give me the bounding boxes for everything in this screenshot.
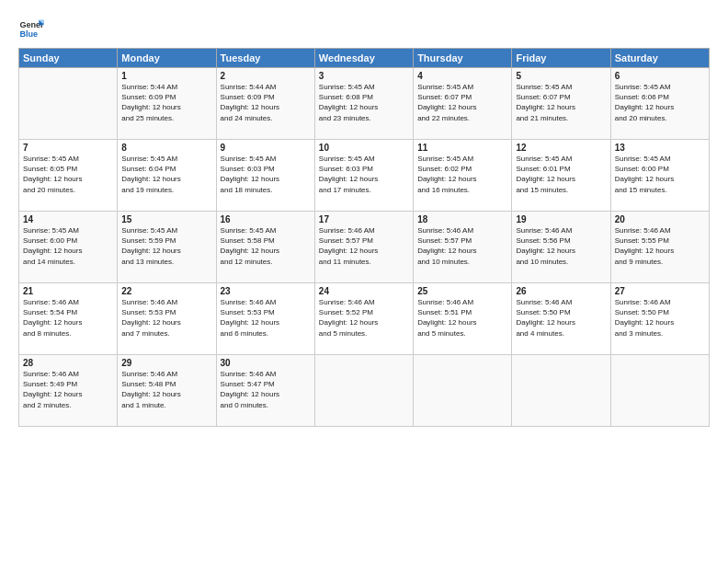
day-info: Sunrise: 5:45 AM Sunset: 6:07 PM Dayligh… — [516, 82, 606, 123]
day-number: 18 — [417, 214, 507, 224]
day-number: 3 — [319, 71, 409, 81]
header-cell-wednesday: Wednesday — [314, 49, 413, 68]
day-number: 4 — [417, 71, 507, 81]
day-info: Sunrise: 5:46 AM Sunset: 5:51 PM Dayligh… — [417, 297, 507, 339]
day-number: 10 — [319, 143, 409, 153]
day-cell: 11Sunrise: 5:45 AM Sunset: 6:02 PM Dayli… — [414, 140, 512, 212]
day-cell: 2Sunrise: 5:44 AM Sunset: 6:09 PM Daylig… — [216, 68, 314, 140]
day-info: Sunrise: 5:45 AM Sunset: 6:02 PM Dayligh… — [417, 154, 507, 195]
day-info: Sunrise: 5:44 AM Sunset: 6:09 PM Dayligh… — [121, 82, 211, 123]
day-number: 15 — [121, 214, 211, 224]
day-number: 16 — [221, 214, 311, 224]
day-number: 19 — [516, 214, 606, 224]
day-info: Sunrise: 5:46 AM Sunset: 5:56 PM Dayligh… — [516, 225, 606, 267]
day-cell: 25Sunrise: 5:46 AM Sunset: 5:51 PM Dayli… — [414, 283, 512, 355]
svg-text:Blue: Blue — [19, 29, 38, 39]
day-info: Sunrise: 5:46 AM Sunset: 5:47 PM Dayligh… — [221, 369, 311, 410]
day-cell — [414, 355, 512, 427]
day-number: 25 — [417, 286, 507, 296]
day-info: Sunrise: 5:46 AM Sunset: 5:53 PM Dayligh… — [121, 297, 211, 339]
day-cell: 30Sunrise: 5:46 AM Sunset: 5:47 PM Dayli… — [216, 355, 314, 427]
day-cell: 29Sunrise: 5:46 AM Sunset: 5:48 PM Dayli… — [118, 355, 216, 427]
day-cell: 15Sunrise: 5:45 AM Sunset: 5:59 PM Dayli… — [118, 212, 216, 283]
day-number: 27 — [615, 286, 705, 296]
day-info: Sunrise: 5:46 AM Sunset: 5:57 PM Dayligh… — [417, 225, 507, 267]
day-number: 29 — [121, 358, 211, 368]
day-number: 14 — [23, 214, 113, 224]
day-cell: 13Sunrise: 5:45 AM Sunset: 6:00 PM Dayli… — [610, 140, 709, 212]
day-number: 22 — [121, 286, 211, 296]
day-cell: 14Sunrise: 5:45 AM Sunset: 6:00 PM Dayli… — [19, 212, 118, 283]
week-row-4: 28Sunrise: 5:46 AM Sunset: 5:49 PM Dayli… — [19, 355, 710, 427]
day-info: Sunrise: 5:45 AM Sunset: 6:01 PM Dayligh… — [516, 154, 606, 195]
day-cell: 7Sunrise: 5:45 AM Sunset: 6:05 PM Daylig… — [19, 140, 118, 212]
day-number: 24 — [319, 286, 409, 296]
day-info: Sunrise: 5:46 AM Sunset: 5:50 PM Dayligh… — [516, 297, 606, 339]
day-cell — [512, 355, 610, 427]
day-cell: 3Sunrise: 5:45 AM Sunset: 6:08 PM Daylig… — [314, 68, 413, 140]
day-cell — [19, 68, 118, 140]
week-row-3: 21Sunrise: 5:46 AM Sunset: 5:54 PM Dayli… — [19, 283, 710, 355]
day-info: Sunrise: 5:45 AM Sunset: 6:03 PM Dayligh… — [221, 154, 311, 195]
day-cell: 6Sunrise: 5:45 AM Sunset: 6:06 PM Daylig… — [610, 68, 709, 140]
header: General Blue — [18, 15, 710, 40]
day-number: 13 — [615, 143, 705, 153]
day-number: 28 — [23, 358, 113, 368]
day-info: Sunrise: 5:46 AM Sunset: 5:55 PM Dayligh… — [615, 225, 705, 267]
day-cell: 26Sunrise: 5:46 AM Sunset: 5:50 PM Dayli… — [512, 283, 610, 355]
day-cell: 12Sunrise: 5:45 AM Sunset: 6:01 PM Dayli… — [512, 140, 610, 212]
day-info: Sunrise: 5:46 AM Sunset: 5:50 PM Dayligh… — [615, 297, 705, 339]
day-cell: 5Sunrise: 5:45 AM Sunset: 6:07 PM Daylig… — [512, 68, 610, 140]
day-cell: 16Sunrise: 5:45 AM Sunset: 5:58 PM Dayli… — [216, 212, 314, 283]
day-cell: 17Sunrise: 5:46 AM Sunset: 5:57 PM Dayli… — [314, 212, 413, 283]
calendar-header: SundayMondayTuesdayWednesdayThursdayFrid… — [19, 49, 710, 68]
day-info: Sunrise: 5:45 AM Sunset: 6:08 PM Dayligh… — [319, 82, 409, 123]
day-number: 30 — [221, 358, 311, 368]
day-number: 11 — [417, 143, 507, 153]
day-info: Sunrise: 5:44 AM Sunset: 6:09 PM Dayligh… — [221, 82, 311, 123]
day-cell: 9Sunrise: 5:45 AM Sunset: 6:03 PM Daylig… — [216, 140, 314, 212]
day-info: Sunrise: 5:45 AM Sunset: 6:07 PM Dayligh… — [417, 82, 507, 123]
day-info: Sunrise: 5:45 AM Sunset: 6:00 PM Dayligh… — [615, 154, 705, 195]
header-cell-sunday: Sunday — [19, 49, 118, 68]
day-cell: 27Sunrise: 5:46 AM Sunset: 5:50 PM Dayli… — [610, 283, 709, 355]
header-cell-tuesday: Tuesday — [216, 49, 314, 68]
day-cell: 21Sunrise: 5:46 AM Sunset: 5:54 PM Dayli… — [19, 283, 118, 355]
day-cell: 22Sunrise: 5:46 AM Sunset: 5:53 PM Dayli… — [118, 283, 216, 355]
day-number: 21 — [23, 286, 113, 296]
day-cell: 20Sunrise: 5:46 AM Sunset: 5:55 PM Dayli… — [610, 212, 709, 283]
day-cell: 1Sunrise: 5:44 AM Sunset: 6:09 PM Daylig… — [118, 68, 216, 140]
day-number: 6 — [615, 71, 705, 81]
header-cell-monday: Monday — [118, 49, 216, 68]
day-cell: 18Sunrise: 5:46 AM Sunset: 5:57 PM Dayli… — [414, 212, 512, 283]
day-cell: 19Sunrise: 5:46 AM Sunset: 5:56 PM Dayli… — [512, 212, 610, 283]
day-info: Sunrise: 5:46 AM Sunset: 5:54 PM Dayligh… — [23, 297, 113, 339]
header-cell-saturday: Saturday — [610, 49, 709, 68]
day-number: 8 — [121, 143, 211, 153]
day-cell: 8Sunrise: 5:45 AM Sunset: 6:04 PM Daylig… — [118, 140, 216, 212]
day-number: 2 — [221, 71, 311, 81]
day-number: 12 — [516, 143, 606, 153]
day-info: Sunrise: 5:45 AM Sunset: 6:00 PM Dayligh… — [23, 225, 113, 267]
day-info: Sunrise: 5:46 AM Sunset: 5:53 PM Dayligh… — [221, 297, 311, 339]
header-cell-thursday: Thursday — [414, 49, 512, 68]
day-number: 7 — [23, 143, 113, 153]
week-row-2: 14Sunrise: 5:45 AM Sunset: 6:00 PM Dayli… — [19, 212, 710, 283]
day-info: Sunrise: 5:45 AM Sunset: 5:58 PM Dayligh… — [221, 225, 311, 267]
day-cell: 4Sunrise: 5:45 AM Sunset: 6:07 PM Daylig… — [414, 68, 512, 140]
day-number: 1 — [121, 71, 211, 81]
day-number: 20 — [615, 214, 705, 224]
day-cell: 24Sunrise: 5:46 AM Sunset: 5:52 PM Dayli… — [314, 283, 413, 355]
header-row: SundayMondayTuesdayWednesdayThursdayFrid… — [19, 49, 710, 68]
day-number: 26 — [516, 286, 606, 296]
day-cell: 10Sunrise: 5:45 AM Sunset: 6:03 PM Dayli… — [314, 140, 413, 212]
day-number: 23 — [221, 286, 311, 296]
day-info: Sunrise: 5:46 AM Sunset: 5:49 PM Dayligh… — [23, 369, 113, 410]
week-row-1: 7Sunrise: 5:45 AM Sunset: 6:05 PM Daylig… — [19, 140, 710, 212]
logo-icon: General Blue — [18, 15, 44, 40]
week-row-0: 1Sunrise: 5:44 AM Sunset: 6:09 PM Daylig… — [19, 68, 710, 140]
calendar-body: 1Sunrise: 5:44 AM Sunset: 6:09 PM Daylig… — [19, 68, 710, 427]
day-number: 17 — [319, 214, 409, 224]
day-cell: 28Sunrise: 5:46 AM Sunset: 5:49 PM Dayli… — [19, 355, 118, 427]
day-number: 5 — [516, 71, 606, 81]
